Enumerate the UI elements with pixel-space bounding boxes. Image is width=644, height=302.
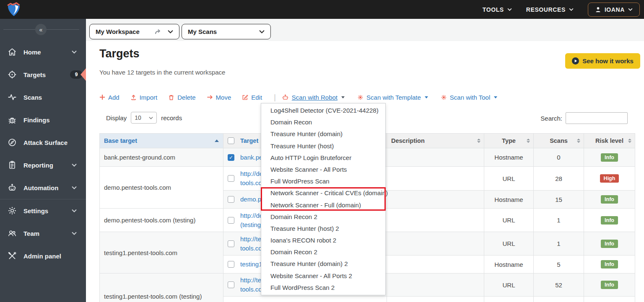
- robot-menu-item[interactable]: Full WordPress Scan 2: [261, 282, 385, 294]
- column-header-type[interactable]: Type: [484, 134, 534, 148]
- sidebar-item-team[interactable]: Team: [0, 222, 86, 245]
- sidebar-item-label: Admin panel: [23, 253, 86, 260]
- people-icon: [8, 229, 17, 238]
- base-target-cell: demo.pentest-tools.com: [100, 167, 223, 209]
- tools-menu[interactable]: TOOLS: [483, 6, 512, 13]
- plus-icon: [99, 94, 105, 100]
- display-records-control: Display 10 records: [106, 111, 182, 124]
- page-title: Targets: [99, 47, 140, 60]
- base-target-header-label: Base target: [104, 137, 137, 144]
- row-checkbox[interactable]: [228, 281, 234, 288]
- sidebar-item-label: Automation: [23, 184, 72, 191]
- top-navbar: TOOLS RESOURCES IOANA: [0, 0, 644, 19]
- bug-icon: [8, 115, 17, 124]
- type-cell: Hostname: [484, 148, 534, 167]
- row-checkbox[interactable]: [228, 154, 234, 161]
- records-per-page-select[interactable]: 10: [131, 112, 157, 124]
- robot-menu-item[interactable]: Network Scanner - Critical CVEs (domain): [261, 187, 385, 199]
- column-header-base-target[interactable]: Base target: [100, 134, 223, 148]
- risk-badge: Info: [601, 195, 618, 204]
- robot-menu-item[interactable]: Domain Recon 2: [261, 211, 385, 223]
- user-menu-label: IOANA: [605, 6, 625, 13]
- workspace-selector[interactable]: My Workspace: [89, 24, 179, 39]
- column-header-scans[interactable]: Scans: [534, 134, 584, 148]
- robot-menu-item[interactable]: Domain Recon 2: [261, 246, 385, 258]
- robot-menu-item[interactable]: Treasure Hunter (domain): [261, 128, 385, 140]
- column-header-risk-level[interactable]: Risk level: [584, 134, 635, 148]
- sidebar-item-label: Settings: [23, 207, 72, 214]
- type-cell: [484, 297, 534, 302]
- sidebar-item-findings[interactable]: Findings: [0, 108, 86, 131]
- sidebar-item-automation[interactable]: Automation: [0, 176, 86, 199]
- row-checkbox[interactable]: [228, 261, 234, 268]
- select-all-checkbox[interactable]: [228, 137, 234, 144]
- scans-selector-value: My Scans: [188, 28, 259, 35]
- type-cell: URL: [484, 274, 534, 297]
- type-cell: Hostname: [484, 256, 534, 274]
- add-button[interactable]: Add: [99, 94, 119, 101]
- scan-with-template-button[interactable]: Scan with Template: [357, 94, 428, 101]
- edit-button[interactable]: Edit: [242, 94, 262, 101]
- robot-menu-item[interactable]: Auto HTTP Login Bruteforcer: [261, 152, 385, 164]
- sidebar-item-settings[interactable]: Settings: [0, 199, 86, 222]
- chevron-down-icon: [72, 186, 77, 189]
- robot-menu-item[interactable]: Log4Shell Detector (CVE-2021-44228): [261, 105, 385, 116]
- type-cell: URL: [484, 209, 534, 232]
- robot-menu-item[interactable]: Website Scanner - All Ports 2: [261, 270, 385, 282]
- chevron-down-icon: [72, 232, 77, 235]
- robot-menu-item[interactable]: Website Scanner - All Ports: [261, 164, 385, 176]
- scans-cell: [534, 297, 584, 302]
- scans-selector[interactable]: My Scans: [182, 24, 271, 39]
- sidebar-item-label: Scans: [23, 94, 86, 101]
- scans-cell: 5: [534, 256, 584, 274]
- sidebar-item-admin-panel[interactable]: Admin panel: [0, 245, 86, 267]
- sort-ascending-icon: [215, 139, 219, 142]
- row-checkbox[interactable]: [228, 196, 234, 203]
- column-header-description[interactable]: Description: [387, 134, 484, 148]
- user-menu[interactable]: IOANA: [588, 3, 640, 17]
- scan-with-tool-button[interactable]: Scan with Tool: [441, 94, 497, 101]
- delete-button[interactable]: Delete: [168, 94, 195, 101]
- robot-menu-item[interactable]: Treasure Hunter (domain) 2: [261, 258, 385, 270]
- description-cell: [387, 148, 484, 167]
- play-icon: [572, 57, 579, 65]
- target-header-label: Target: [240, 137, 258, 144]
- robot-menu-item[interactable]: Treasure Hunter (host): [261, 140, 385, 152]
- robot-menu-item[interactable]: Domain Recon: [261, 116, 385, 128]
- type-cell: URL: [484, 167, 534, 191]
- sidebar-item-home[interactable]: Home: [0, 41, 86, 63]
- risk-badge: Info: [601, 153, 618, 162]
- sidebar-item-scans[interactable]: Scans: [0, 86, 86, 108]
- scan-with-robot-button[interactable]: Scan with Robot: [282, 94, 345, 101]
- robot-menu-item[interactable]: Full WordPress Scan: [261, 176, 385, 187]
- robot-menu-item[interactable]: Treasure Hunter (host) 2: [261, 223, 385, 235]
- robot-menu-item[interactable]: Ioana's RECON robot 2: [261, 235, 385, 246]
- import-button[interactable]: Import: [130, 94, 158, 101]
- search-input[interactable]: [566, 112, 628, 124]
- sidebar-item-label: Targets: [23, 71, 70, 78]
- type-header-label: Type: [502, 137, 516, 144]
- sidebar-item-reporting[interactable]: Reporting: [0, 154, 86, 176]
- share-icon[interactable]: [155, 29, 162, 35]
- scans-cell: 1: [534, 232, 584, 256]
- records-label: records: [161, 114, 182, 121]
- row-checkbox[interactable]: [228, 175, 234, 182]
- sidebar-collapse-button[interactable]: «: [35, 24, 47, 35]
- scans-cell: 28: [534, 167, 584, 191]
- type-cell: Hostname: [484, 191, 534, 209]
- chevron-down-icon: [569, 8, 574, 11]
- resources-menu[interactable]: RESOURCES: [526, 6, 574, 13]
- see-how-it-works-button[interactable]: See how it works: [565, 53, 640, 69]
- sidebar-item-attack-surface[interactable]: Attack Surface: [0, 131, 86, 154]
- robot-icon: [8, 183, 17, 192]
- caret-down-icon: [425, 96, 428, 98]
- row-checkbox[interactable]: [228, 240, 234, 247]
- edit-icon: [242, 94, 248, 101]
- robot-menu-item[interactable]: Network Scanner - Full (domain): [261, 199, 385, 211]
- brand-logo-icon[interactable]: [5, 1, 23, 18]
- search-label: Search:: [540, 115, 562, 122]
- app-root: TOOLS RESOURCES IOANA « Home: [0, 0, 644, 302]
- sidebar-item-targets[interactable]: Targets 9: [0, 63, 86, 86]
- row-checkbox[interactable]: [228, 217, 234, 224]
- move-button[interactable]: Move: [207, 94, 231, 101]
